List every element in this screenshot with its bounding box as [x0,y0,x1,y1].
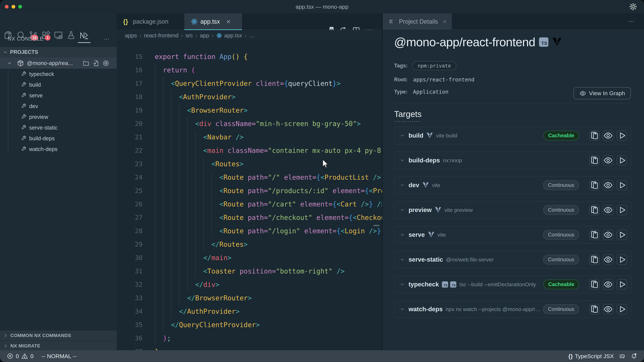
chevron-down-icon[interactable] [400,307,404,311]
chevron-down-icon[interactable] [400,133,404,138]
open-file-icon[interactable] [92,60,100,67]
chevron-down-icon[interactable] [400,208,404,212]
copy-button[interactable] [589,180,600,190]
chevron-right-icon [3,344,8,348]
run-button[interactable] [617,130,627,141]
chevron-down-icon[interactable] [400,183,404,187]
tree-item-watch-deps[interactable]: watch-deps [0,144,117,155]
view-button[interactable] [603,155,613,166]
run-button[interactable] [617,180,627,190]
target-card-watch-deps[interactable]: watch-deps npx nx watch --projects @mono… [394,300,631,318]
code-text: ); [155,332,171,345]
run-button[interactable] [617,205,627,215]
tree-item-preview[interactable]: preview [0,112,117,122]
view-in-graph-label: View In Graph [589,90,625,96]
active-activity-underline [78,42,90,43]
target-card-typecheck[interactable]: typecheck TSTS tsc --build --emitDeclara… [394,276,631,293]
target-command: vite preview [444,207,543,213]
projects-section-header[interactable]: PROJECTS [0,47,117,57]
tree-item-serve[interactable]: serve [0,90,117,101]
view-button[interactable] [603,230,613,240]
badge-count: 1 [45,35,50,40]
view-button[interactable] [603,279,613,290]
view-button[interactable] [603,130,613,141]
tab-app.tsx[interactable]: app.tsx [184,13,242,30]
wrench-icon [21,114,28,120]
view-button[interactable] [603,180,613,190]
project-row[interactable]: @mono-app/rea... [0,57,117,69]
tree-item-build-deps[interactable]: build-deps [0,133,117,144]
sidebar-more-actions-icon[interactable] [102,36,111,42]
copy-button[interactable] [589,254,600,265]
close-icon[interactable] [442,19,447,24]
folder-icon[interactable] [82,60,90,67]
line-number: 28 [117,224,142,238]
chevron-down-icon[interactable] [400,257,404,262]
chevron-down-icon[interactable] [400,233,404,237]
tree-item-build[interactable]: build [0,79,117,90]
code-text: <Route path="/cart" element={<Cart />} /… [155,197,382,211]
copy-button[interactable] [589,304,600,314]
run-button[interactable] [617,230,627,240]
copy-button[interactable] [589,230,600,240]
chevron-down-icon[interactable] [400,158,404,163]
run-button[interactable] [617,304,627,314]
remote-window-icon[interactable] [54,30,63,40]
test-flask-icon[interactable] [66,30,76,40]
scrollbar-thumb[interactable] [373,225,379,226]
view-button[interactable] [603,254,613,265]
target-card-build[interactable]: build vite build Cacheable [394,127,631,144]
breadcrumb-item[interactable]: app.tsx [224,32,242,39]
typescript-badge: TS [442,281,448,288]
target-command: tsc --build --emitDeclarationOnly [459,281,544,288]
target-card-preview[interactable]: preview vite preview Continuous [394,201,631,219]
code-text: <Routes> [155,157,244,171]
code-text: <Route path="/" element={<ProductList />… [155,171,382,184]
view-button[interactable] [603,205,613,215]
tree-item-serve-static[interactable]: serve-static [0,122,117,133]
target-card-build-deps[interactable]: build-deps nx:noop [394,151,631,169]
chevron-down-icon[interactable] [400,282,404,287]
tab-package.json[interactable]: {} package.json [117,13,184,30]
bullseye-icon[interactable] [102,60,109,67]
tree-item-label: build [29,82,41,88]
line-number: 32 [117,278,142,291]
copy-button[interactable] [589,155,600,166]
copilot-icon[interactable] [619,353,626,360]
copy-button[interactable] [589,279,600,290]
section-nx-migrate[interactable]: NX MIGRATE [0,341,117,351]
breadcrumb-item[interactable]: apps [125,32,137,39]
close-icon[interactable] [226,19,231,24]
braces-icon: {} [568,353,573,360]
view-in-graph-button[interactable]: View In Graph [574,87,631,99]
status-left[interactable]: 0 0 -- NORMAL -- [7,350,76,362]
breadcrumb-item[interactable]: … [249,32,254,39]
target-card-serve-static[interactable]: serve-static @nx/web:file-server Continu… [394,251,631,269]
tab-project-details[interactable]: Project Details [383,13,452,30]
copy-button[interactable] [589,205,600,215]
tree-item-typecheck[interactable]: typecheck [0,69,117,79]
line-number: 24 [117,171,142,184]
target-card-dev[interactable]: dev vite Continuous [394,176,631,194]
tree-item-dev[interactable]: dev [0,101,117,112]
bell-icon[interactable] [630,353,637,360]
breadcrumb-item[interactable]: src [186,32,193,39]
run-button[interactable] [617,254,627,265]
section-common-nx-commands[interactable]: COMMON NX COMMANDS [0,331,117,341]
settings-gear-icon[interactable] [629,2,637,11]
copy-button[interactable] [589,130,600,141]
continuous-badge: Continuous [543,255,579,265]
breadcrumb-item[interactable]: react-frontend [144,32,178,39]
target-card-serve[interactable]: serve vite Continuous [394,226,631,244]
run-button[interactable] [617,155,627,166]
root-label: Root: [394,77,408,83]
nx-console-icon[interactable] [79,30,89,40]
breadcrumb-separator: › [196,33,197,38]
run-button[interactable] [617,279,627,290]
panel-more-actions-icon[interactable] [626,18,636,25]
code-editor[interactable]: 15export function App() {16 return (17 <… [117,41,382,350]
breadcrumb-item[interactable]: app [200,32,209,39]
status-right[interactable]: {} TypeScript JSX [568,350,637,362]
view-button[interactable] [603,304,613,314]
code-text: </QueryClientProvider> [155,318,260,332]
